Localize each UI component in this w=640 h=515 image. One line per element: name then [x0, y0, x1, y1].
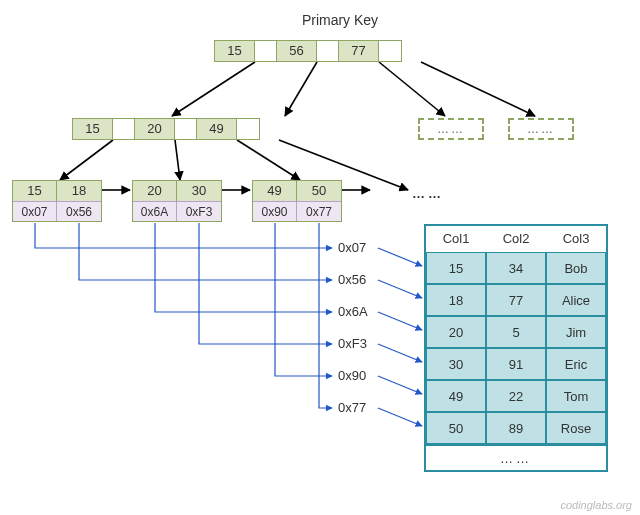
svg-line-5 [175, 140, 180, 180]
btree-leaf-node: 49 50 0x90 0x77 [252, 180, 342, 222]
svg-line-2 [379, 62, 445, 116]
svg-line-15 [378, 376, 422, 394]
table-cell: 5 [486, 316, 546, 348]
btree-pointer-slot [113, 119, 135, 139]
svg-line-12 [378, 280, 422, 298]
table-row: 18 77 Alice [426, 284, 606, 316]
btree-key: 20 [135, 119, 175, 139]
btree-leaf-node: 15 18 0x07 0x56 [12, 180, 102, 222]
table-cell: 89 [486, 412, 546, 444]
btree-internal-node: 15 20 49 [72, 118, 260, 140]
btree-leaf-node: 20 30 0x6A 0xF3 [132, 180, 222, 222]
table-cell: 50 [426, 412, 486, 444]
leaf-key: 49 [253, 181, 297, 201]
leaf-pointer: 0x6A [133, 201, 177, 221]
btree-key: 15 [73, 119, 113, 139]
row-pointer-label: 0x90 [338, 368, 366, 383]
leaf-pointer: 0x77 [297, 201, 341, 221]
table-cell: Jim [546, 316, 606, 348]
btree-node-placeholder: …… [418, 118, 484, 140]
btree-pointer-slot [255, 41, 277, 61]
svg-line-6 [237, 140, 300, 180]
table-cell: Rose [546, 412, 606, 444]
table-cell: 22 [486, 380, 546, 412]
svg-line-13 [378, 312, 422, 330]
svg-line-14 [378, 344, 422, 362]
btree-key: 56 [277, 41, 317, 61]
row-pointer-label: 0xF3 [338, 336, 367, 351]
leaf-key: 50 [297, 181, 341, 201]
btree-pointer-slot [379, 41, 401, 61]
btree-pointer-slot [237, 119, 259, 139]
table-row: 49 22 Tom [426, 380, 606, 412]
svg-line-1 [285, 62, 317, 116]
leaf-pointer: 0x90 [253, 201, 297, 221]
btree-key: 49 [197, 119, 237, 139]
table-cell: 49 [426, 380, 486, 412]
leaf-pointer: 0xF3 [177, 201, 221, 221]
btree-pointer-slot [175, 119, 197, 139]
table-cell: 77 [486, 284, 546, 316]
row-pointer-label: 0x6A [338, 304, 368, 319]
column-header: Col3 [546, 226, 606, 252]
btree-pointer-slot [317, 41, 339, 61]
row-pointer-label: 0x77 [338, 400, 366, 415]
column-header: Col1 [426, 226, 486, 252]
svg-line-11 [378, 248, 422, 266]
table-cell: 30 [426, 348, 486, 380]
svg-line-4 [60, 140, 113, 180]
table-cell: Eric [546, 348, 606, 380]
leaf-ellipsis: …… [412, 186, 444, 201]
data-table: Col1 Col2 Col3 15 34 Bob 18 77 Alice 20 … [424, 224, 608, 472]
table-cell: 34 [486, 252, 546, 284]
table-row: 20 5 Jim [426, 316, 606, 348]
table-footer-ellipsis: …… [426, 444, 606, 470]
leaf-key: 18 [57, 181, 101, 201]
leaf-key: 15 [13, 181, 57, 201]
table-cell: 15 [426, 252, 486, 284]
leaf-key: 20 [133, 181, 177, 201]
table-cell: Tom [546, 380, 606, 412]
table-row: 30 91 Eric [426, 348, 606, 380]
btree-node-placeholder: …… [508, 118, 574, 140]
table-row: 50 89 Rose [426, 412, 606, 444]
table-cell: 91 [486, 348, 546, 380]
diagram-title: Primary Key [280, 12, 400, 28]
table-cell: 18 [426, 284, 486, 316]
btree-root-node: 15 56 77 [214, 40, 402, 62]
btree-key: 77 [339, 41, 379, 61]
leaf-key: 30 [177, 181, 221, 201]
svg-line-3 [421, 62, 535, 116]
row-pointer-label: 0x07 [338, 240, 366, 255]
table-row: 15 34 Bob [426, 252, 606, 284]
table-cell: Alice [546, 284, 606, 316]
leaf-pointer: 0x07 [13, 201, 57, 221]
btree-key: 15 [215, 41, 255, 61]
table-header: Col1 Col2 Col3 [426, 226, 606, 252]
svg-line-16 [378, 408, 422, 426]
svg-line-0 [172, 62, 255, 116]
table-cell: Bob [546, 252, 606, 284]
watermark: codinglabs.org [560, 499, 632, 511]
table-cell: 20 [426, 316, 486, 348]
column-header: Col2 [486, 226, 546, 252]
leaf-pointer: 0x56 [57, 201, 101, 221]
row-pointer-label: 0x56 [338, 272, 366, 287]
